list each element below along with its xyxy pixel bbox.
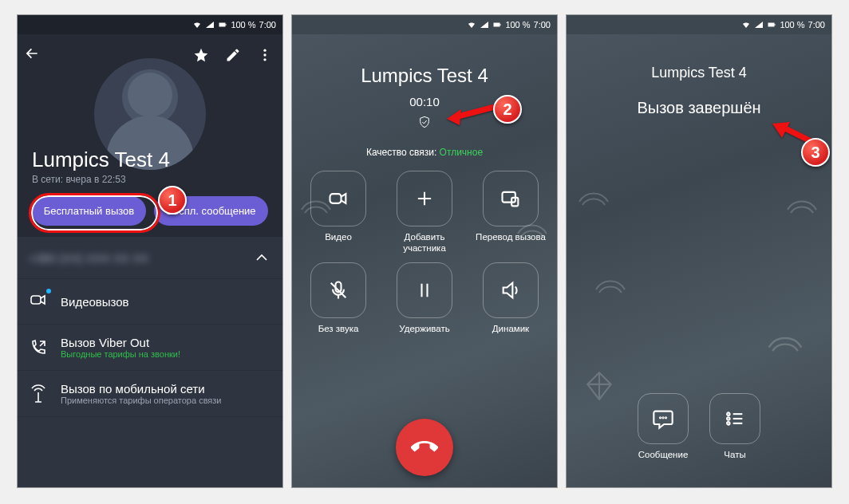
annotation-badge-2: 2: [493, 95, 522, 124]
svg-rect-12: [768, 23, 775, 27]
signal-icon: [205, 20, 215, 30]
call-contact-name: Lumpics Test 4: [651, 65, 747, 81]
profile-header: Lumpics Test 4 В сети: вчера в 22:53 Бес…: [18, 34, 282, 237]
svg-rect-1: [226, 24, 227, 26]
message-button[interactable]: Сообщение: [638, 393, 689, 471]
battery-text: 100 %: [231, 20, 255, 30]
mute-button[interactable]: Без звука: [303, 262, 373, 345]
svg-point-18: [727, 417, 730, 420]
svg-point-4: [263, 58, 266, 61]
more-icon[interactable]: [257, 47, 273, 63]
wifi-icon: [192, 20, 202, 30]
battery-icon: [492, 20, 502, 30]
cellular-label: Вызов по мобильной сети: [61, 382, 222, 396]
svg-rect-13: [775, 24, 776, 26]
viber-out-sub: Выгодные тарифы на звонки!: [61, 349, 180, 359]
svg-point-16: [665, 417, 666, 418]
svg-rect-7: [500, 24, 501, 26]
back-button[interactable]: [24, 45, 46, 65]
star-icon[interactable]: [193, 47, 209, 63]
battery-icon: [218, 20, 227, 30]
screen-active-call: 100 % 7:00 Lumpics Test 4 00:10 Качество…: [291, 14, 558, 488]
clock-text: 7:00: [259, 20, 276, 30]
viber-out-row[interactable]: Вызов Viber Out Выгодные тарифы на звонк…: [18, 325, 282, 371]
signal-icon: [480, 20, 489, 30]
annotation-badge-1: 1: [158, 186, 187, 215]
annotation-badge-3: 3: [801, 138, 830, 167]
battery-icon: [767, 20, 776, 30]
free-call-button[interactable]: Бесплатный вызов: [32, 196, 146, 226]
hangup-button[interactable]: [396, 419, 453, 476]
status-bar: 100 % 7:00: [18, 15, 282, 34]
svg-rect-0: [219, 23, 226, 27]
svg-point-3: [263, 53, 266, 56]
video-call-row[interactable]: Видеовызов: [18, 279, 282, 325]
screen-contact-profile: 100 % 7:00 Lumpics Test 4 В сети: вчера …: [17, 14, 283, 488]
new-indicator-dot: [46, 289, 51, 293]
add-participant-button[interactable]: Добавить участника: [389, 171, 460, 254]
screen-call-ended: 100 % 7:00 Lumpics Test 4 Вызов завершён…: [566, 14, 832, 488]
video-call-label: Видеовызов: [61, 295, 129, 309]
status-bar: 100 % 7:00: [292, 15, 557, 34]
phone-number-row[interactable]: +380 (XX) XXX XX XX: [18, 237, 282, 279]
chats-button[interactable]: Чаты: [709, 393, 760, 471]
svg-rect-6: [494, 23, 500, 27]
call-ended-label: Вызов завершён: [637, 99, 760, 117]
svg-point-19: [727, 422, 730, 425]
svg-point-15: [662, 417, 663, 418]
cellular-call-row[interactable]: Вызов по мобильной сети Применяются тари…: [18, 371, 282, 417]
status-bar: 100 % 7:00: [567, 15, 831, 34]
call-contact-name: Lumpics Test 4: [361, 65, 488, 87]
signal-icon: [754, 20, 764, 30]
wifi-icon: [467, 20, 476, 30]
shield-icon: [418, 115, 431, 129]
viber-out-label: Вызов Viber Out: [61, 336, 180, 349]
last-seen: В сети: вчера в 22:53: [32, 174, 276, 185]
speaker-button[interactable]: Динамик: [476, 262, 546, 345]
transfer-call-button[interactable]: Перевод вызова: [476, 171, 546, 254]
svg-rect-5: [31, 296, 41, 304]
svg-point-2: [263, 49, 266, 52]
cellular-sub: Применяются тарифы оператора связи: [61, 396, 222, 405]
phone-out-icon: [29, 338, 48, 357]
contact-name: Lumpics Test 4: [32, 148, 276, 172]
annotation-arrow-2: [444, 101, 500, 132]
edit-icon[interactable]: [225, 47, 241, 63]
svg-point-14: [660, 417, 661, 418]
hold-button[interactable]: Удерживать: [389, 262, 460, 345]
call-quality: Качество связи: Отличное: [366, 147, 483, 158]
phone-number: +380 (XX) XXX XX XX: [29, 251, 239, 265]
call-timer: 00:10: [409, 95, 440, 108]
wifi-icon: [741, 20, 751, 30]
cell-tower-icon: [29, 384, 48, 404]
svg-point-17: [727, 412, 730, 415]
video-icon: [29, 290, 48, 309]
chevron-up-icon: [252, 248, 271, 267]
